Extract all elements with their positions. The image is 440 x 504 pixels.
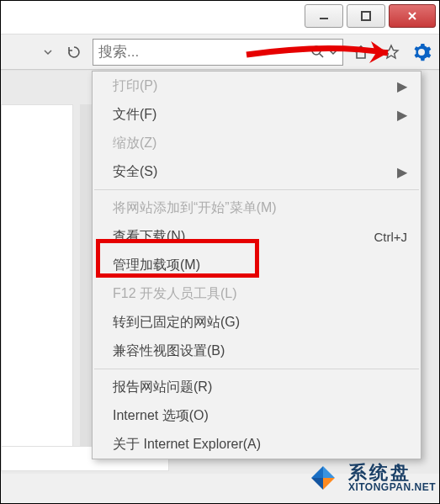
svg-rect-0 — [320, 18, 328, 19]
menu-item-compat-view[interactable]: 兼容性视图设置(B) — [93, 337, 421, 365]
submenu-arrow-icon: ▶ — [397, 164, 407, 180]
search-dropdown-icon[interactable] — [329, 48, 337, 56]
menu-separator — [94, 369, 419, 369]
menu-item-manage-addons[interactable]: 管理加载项(M) — [93, 251, 421, 279]
panel — [1, 104, 73, 458]
menu-item-about-ie[interactable]: 关于 Internet Explorer(A) — [93, 430, 421, 459]
nav-dropdown-icon[interactable] — [39, 40, 57, 64]
menu-item-shortcut: Ctrl+J — [374, 230, 407, 244]
search-input[interactable] — [98, 40, 300, 64]
menu-item-label: 兼容性视图设置(B) — [113, 342, 225, 360]
menu-item-file[interactable]: 文件(F) ▶ — [93, 100, 421, 129]
home-button[interactable] — [348, 40, 374, 65]
maximize-button[interactable] — [347, 4, 385, 28]
menu-item-f12-tools[interactable]: F12 开发人员工具(L) — [93, 279, 421, 308]
menu-separator — [94, 189, 419, 190]
menu-item-label: 打印(P) — [113, 77, 157, 95]
menu-item-internet-options[interactable]: Internet 选项(O) — [93, 401, 421, 430]
menu-item-label: 查看下载(N) — [113, 228, 185, 246]
tools-menu: 打印(P) ▶ 文件(F) ▶ 缩放(Z) 安全(S) ▶ 将网站添加到“开始”… — [92, 71, 421, 459]
window-titlebar — [1, 1, 439, 34]
browser-toolbar — [1, 34, 439, 70]
watermark-url: XITONGPAN.NET — [348, 482, 436, 493]
menu-item-label: 报告网站问题(R) — [113, 379, 212, 396]
menu-item-add-to-start[interactable]: 将网站添加到“开始”菜单(M) — [93, 194, 421, 222]
menu-item-label: Internet 选项(O) — [113, 407, 209, 425]
menu-item-zoom[interactable]: 缩放(Z) — [93, 129, 421, 157]
watermark-title: 系统盘 — [348, 463, 436, 482]
svg-rect-1 — [362, 12, 370, 20]
menu-item-view-downloads[interactable]: 查看下载(N) Ctrl+J — [93, 222, 421, 251]
watermark: 系统盘 XITONGPAN.NET — [303, 458, 436, 498]
menu-item-label: F12 开发人员工具(L) — [113, 285, 237, 303]
menu-item-pinned-sites[interactable]: 转到已固定的网站(G) — [93, 308, 421, 337]
favorites-button[interactable] — [379, 40, 404, 65]
search-box[interactable] — [93, 39, 343, 66]
minimize-button[interactable] — [305, 4, 343, 28]
menu-item-label: 管理加载项(M) — [113, 257, 200, 274]
watermark-logo-icon — [303, 458, 343, 498]
refresh-button[interactable] — [62, 40, 86, 64]
menu-item-label: 将网站添加到“开始”菜单(M) — [113, 199, 277, 217]
submenu-arrow-icon: ▶ — [397, 78, 407, 94]
close-button[interactable] — [389, 4, 436, 28]
menu-item-label: 安全(S) — [113, 163, 157, 181]
tools-gear-button[interactable] — [409, 40, 434, 65]
submenu-arrow-icon: ▶ — [397, 107, 407, 123]
menu-item-label: 文件(F) — [113, 106, 156, 124]
menu-item-print[interactable]: 打印(P) ▶ — [93, 72, 421, 100]
menu-item-label: 缩放(Z) — [113, 135, 156, 152]
menu-item-label: 转到已固定的网站(G) — [113, 314, 240, 332]
menu-item-safety[interactable]: 安全(S) ▶ — [93, 157, 421, 186]
menu-item-label: 关于 Internet Explorer(A) — [113, 436, 261, 454]
svg-point-2 — [312, 46, 321, 55]
search-icon[interactable] — [310, 45, 326, 60]
menu-item-report-problem[interactable]: 报告网站问题(R) — [93, 373, 421, 401]
